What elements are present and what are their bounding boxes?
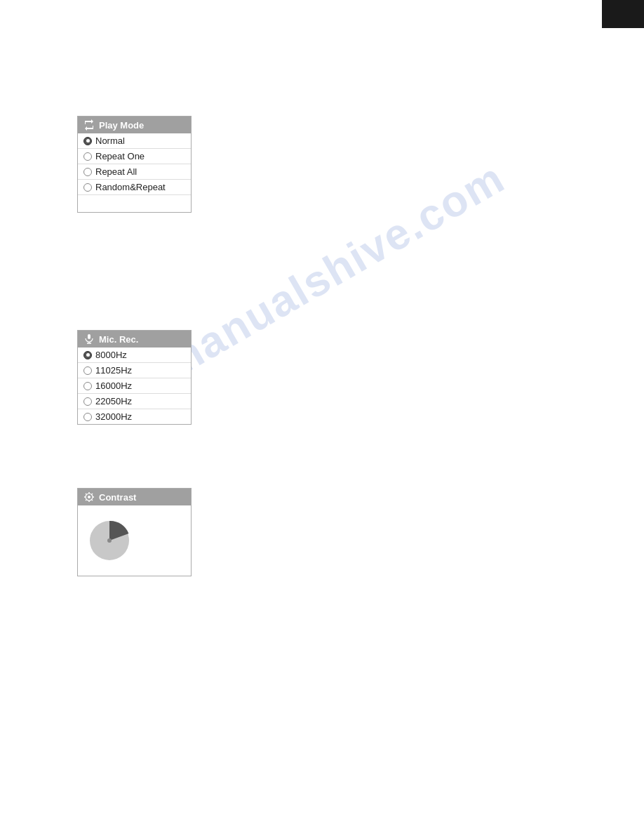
contrast-header: Contrast	[78, 489, 191, 505]
mic-icon	[83, 333, 95, 345]
play-mode-header: Play Mode	[78, 117, 191, 133]
play-mode-option-repeat-all[interactable]: Repeat All	[78, 164, 191, 180]
play-mode-title: Play Mode	[99, 120, 144, 131]
watermark: manualshive.com	[154, 152, 513, 389]
svg-point-4	[88, 496, 90, 498]
svg-line-12	[86, 500, 86, 501]
radio-8000hz[interactable]	[83, 351, 92, 359]
svg-point-14	[107, 538, 112, 543]
radio-11025hz[interactable]	[83, 366, 92, 375]
radio-repeat-all[interactable]	[83, 168, 92, 176]
play-mode-option-random-repeat[interactable]: Random&Repeat	[78, 180, 191, 195]
svg-line-9	[86, 494, 86, 494]
play-mode-repeat-one-label: Repeat One	[95, 151, 145, 161]
mic-rec-32000hz-label: 32000Hz	[95, 411, 132, 422]
svg-line-10	[92, 500, 93, 501]
contrast-pie-chart[interactable]	[88, 519, 130, 562]
mic-rec-option-11025hz[interactable]: 11025Hz	[78, 363, 191, 378]
mic-rec-header: Mic. Rec.	[78, 331, 191, 348]
svg-line-11	[92, 494, 93, 494]
play-mode-normal-label: Normal	[95, 135, 125, 146]
mic-rec-16000hz-label: 16000Hz	[95, 380, 132, 391]
radio-32000hz[interactable]	[83, 413, 92, 421]
radio-repeat-one[interactable]	[83, 152, 92, 161]
play-mode-repeat-all-label: Repeat All	[95, 166, 137, 177]
mic-rec-option-32000hz[interactable]: 32000Hz	[78, 409, 191, 424]
radio-normal[interactable]	[83, 137, 92, 145]
contrast-icon	[83, 491, 95, 503]
play-mode-empty-row	[78, 195, 191, 212]
mic-rec-option-8000hz[interactable]: 8000Hz	[78, 348, 191, 363]
radio-random-repeat[interactable]	[83, 183, 92, 192]
play-mode-panel: Play Mode Normal Repeat One Repeat All R…	[77, 116, 192, 213]
mic-rec-title: Mic. Rec.	[99, 334, 138, 345]
mic-rec-11025hz-label: 11025Hz	[95, 365, 132, 376]
svg-rect-0	[88, 334, 90, 339]
mic-rec-panel: Mic. Rec. 8000Hz 11025Hz 16000Hz 22050Hz…	[77, 330, 192, 425]
contrast-title: Contrast	[99, 492, 136, 503]
repeat-icon	[83, 119, 95, 131]
top-right-block	[602, 0, 644, 28]
contrast-body	[78, 505, 191, 576]
contrast-panel: Contrast	[77, 488, 192, 576]
play-mode-option-normal[interactable]: Normal	[78, 133, 191, 149]
play-mode-option-repeat-one[interactable]: Repeat One	[78, 149, 191, 164]
mic-rec-8000hz-label: 8000Hz	[95, 350, 127, 360]
mic-rec-22050hz-label: 22050Hz	[95, 396, 132, 406]
radio-22050hz[interactable]	[83, 397, 92, 406]
radio-16000hz[interactable]	[83, 382, 92, 390]
mic-rec-option-22050hz[interactable]: 22050Hz	[78, 394, 191, 409]
mic-rec-option-16000hz[interactable]: 16000Hz	[78, 378, 191, 394]
play-mode-random-repeat-label: Random&Repeat	[95, 182, 166, 192]
